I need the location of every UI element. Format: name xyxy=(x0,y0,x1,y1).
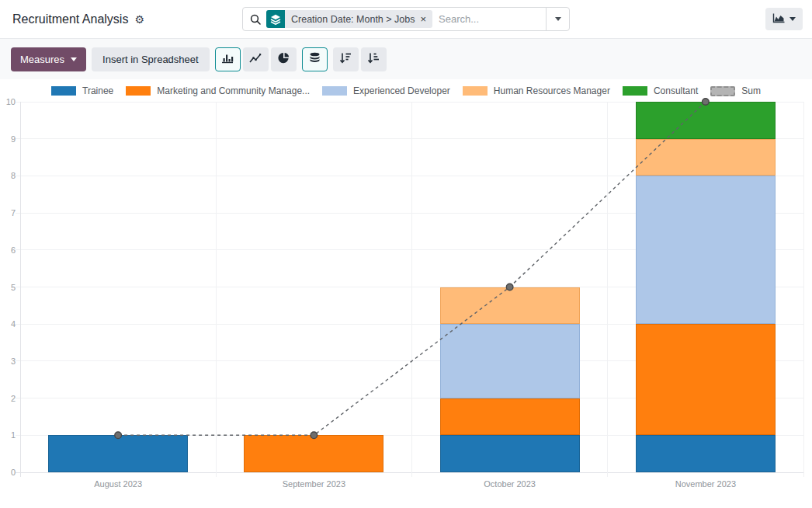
pie-chart-button[interactable] xyxy=(271,47,297,71)
search-facet[interactable]: Creation Date: Month > Jobs × xyxy=(266,10,432,28)
legend-label: Human Resources Manager xyxy=(494,85,610,96)
legend-swatch xyxy=(322,86,347,96)
sum-point[interactable] xyxy=(703,99,710,106)
x-axis-tick-label: November 2023 xyxy=(608,479,803,489)
sort-group xyxy=(333,47,387,71)
stacked-button[interactable] xyxy=(302,47,328,71)
area-chart-icon xyxy=(772,13,785,26)
search-icon xyxy=(250,14,261,25)
sum-point[interactable] xyxy=(506,284,513,291)
layers-icon xyxy=(266,10,285,28)
gear-icon[interactable]: ⚙ xyxy=(134,14,144,25)
y-axis-tick-label: 0 xyxy=(0,467,16,478)
pie-chart-icon xyxy=(278,52,290,66)
x-axis-tick-label: August 2023 xyxy=(20,479,216,489)
line-chart-icon xyxy=(249,53,262,66)
legend-item-sum[interactable]: Sum xyxy=(710,85,761,96)
search-dropdown-toggle[interactable] xyxy=(546,8,569,30)
breadcrumb: Recruitment Analysis ⚙ xyxy=(12,0,144,38)
sort-descending-button[interactable] xyxy=(333,47,359,71)
line-chart-button[interactable] xyxy=(243,47,269,71)
facet-body: Creation Date: Month > Jobs × xyxy=(285,10,432,28)
legend-label: Marketing and Community Manage... xyxy=(157,85,310,96)
sum-line xyxy=(20,102,803,472)
chevron-down-icon xyxy=(71,57,77,61)
legend-swatch xyxy=(126,86,151,96)
legend-swatch xyxy=(463,86,488,96)
recruitment-analysis-page: Recruitment Analysis ⚙ Creation Date: Mo… xyxy=(0,0,812,508)
legend-label: Consultant xyxy=(654,85,698,96)
facet-label: Creation Date: Month > Jobs xyxy=(291,14,415,25)
insert-in-spreadsheet-button[interactable]: Insert in Spreadsheet xyxy=(92,47,210,71)
bar-chart-button[interactable] xyxy=(215,47,241,71)
page-title: Recruitment Analysis xyxy=(12,12,128,26)
legend-label: Sum xyxy=(741,85,761,96)
facet-remove-icon[interactable]: × xyxy=(420,14,426,24)
chart-plot: 012345678910August 2023September 2023Oct… xyxy=(20,102,803,472)
view-switcher-button[interactable] xyxy=(765,8,803,30)
sort-ascending-icon xyxy=(367,52,380,66)
y-axis-tick-label: 4 xyxy=(0,318,16,329)
legend-label: Trainee xyxy=(82,85,113,96)
legend-item-trainee[interactable]: Trainee xyxy=(51,85,113,96)
top-bar: Recruitment Analysis ⚙ Creation Date: Mo… xyxy=(0,0,812,39)
x-axis-tick-label: September 2023 xyxy=(216,479,411,489)
legend-item-experienced-developer[interactable]: Experienced Developer xyxy=(322,85,450,96)
chevron-down-icon xyxy=(555,17,561,21)
legend-item-marketing-and-community-manage[interactable]: Marketing and Community Manage... xyxy=(126,85,310,96)
legend-swatch-sum xyxy=(710,86,735,96)
x-axis-tick-label: October 2023 xyxy=(412,479,608,489)
sort-descending-icon xyxy=(339,52,352,66)
y-axis-tick-label: 1 xyxy=(0,430,16,440)
y-axis-tick-label: 10 xyxy=(0,96,16,107)
measures-button[interactable]: Measures xyxy=(11,47,86,71)
legend-label: Experienced Developer xyxy=(353,85,450,96)
legend-swatch xyxy=(51,86,76,96)
y-axis-tick-label: 6 xyxy=(0,245,16,256)
y-axis-tick-label: 9 xyxy=(0,134,16,144)
legend-item-human-resources-manager[interactable]: Human Resources Manager xyxy=(463,85,610,96)
sort-ascending-button[interactable] xyxy=(361,47,387,71)
sum-point[interactable] xyxy=(115,432,122,439)
y-axis-tick-label: 2 xyxy=(0,393,16,404)
stacked-icon xyxy=(309,52,321,66)
y-axis-tick-label: 5 xyxy=(0,282,16,293)
chevron-down-icon xyxy=(789,17,796,21)
chart-type-group xyxy=(215,47,297,71)
y-axis-tick-label: 7 xyxy=(0,207,16,218)
y-axis-tick-label: 8 xyxy=(0,170,16,181)
legend-item-consultant[interactable]: Consultant xyxy=(623,85,698,96)
bar-chart-icon xyxy=(221,52,234,66)
measures-label: Measures xyxy=(20,54,64,65)
sum-point[interactable] xyxy=(311,432,318,439)
control-panel: Measures Insert in Spreadsheet xyxy=(0,39,812,79)
search-input[interactable] xyxy=(432,13,546,25)
chart-legend: TraineeMarketing and Community Manage...… xyxy=(0,85,812,96)
legend-swatch xyxy=(623,86,647,96)
y-axis-tick-label: 3 xyxy=(0,356,16,367)
chart-area: TraineeMarketing and Community Manage...… xyxy=(0,79,812,508)
search-bar[interactable]: Creation Date: Month > Jobs × xyxy=(242,7,570,31)
